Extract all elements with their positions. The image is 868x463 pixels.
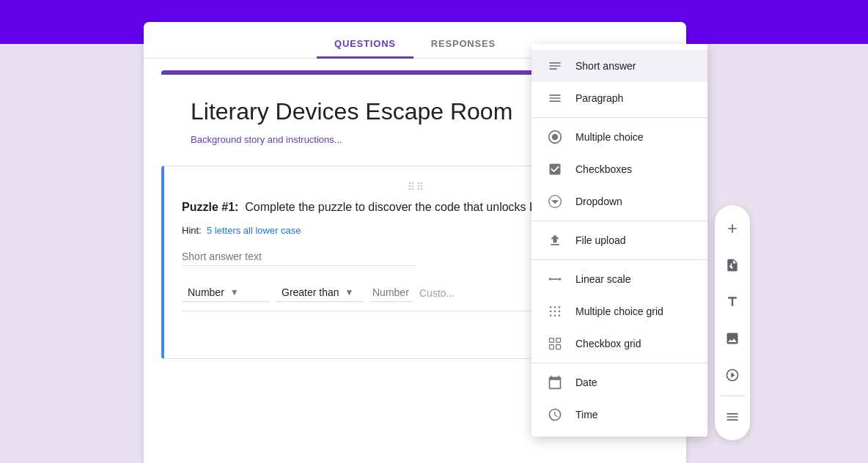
multiple-choice-icon bbox=[546, 128, 564, 146]
text-icon bbox=[725, 295, 740, 309]
image-icon bbox=[725, 331, 740, 346]
menu-item-checkbox-grid[interactable]: Checkbox grid bbox=[532, 327, 707, 360]
time-icon bbox=[546, 406, 564, 423]
svg-point-9 bbox=[550, 311, 552, 313]
right-toolbar bbox=[715, 205, 750, 440]
short-answer-input[interactable] bbox=[182, 248, 416, 266]
dropdown-icon bbox=[546, 193, 564, 210]
validation-value-input[interactable] bbox=[369, 284, 413, 302]
short-answer-icon bbox=[546, 57, 564, 75]
svg-point-11 bbox=[559, 311, 561, 313]
menu-item-file-upload[interactable]: File upload bbox=[532, 224, 707, 256]
svg-point-3 bbox=[549, 278, 551, 280]
svg-point-12 bbox=[550, 315, 552, 317]
menu-item-multiple-choice-grid[interactable]: Multiple choice grid bbox=[532, 295, 707, 327]
date-icon bbox=[546, 374, 564, 391]
menu-item-short-answer[interactable]: Short answer bbox=[532, 50, 707, 82]
svg-rect-16 bbox=[556, 338, 561, 343]
menu-item-linear-scale[interactable]: Linear scale bbox=[532, 263, 707, 295]
menu-label-checkboxes: Checkboxes bbox=[575, 163, 632, 175]
menu-label-file-upload: File upload bbox=[575, 234, 626, 246]
menu-divider-3 bbox=[532, 259, 707, 260]
menu-label-checkbox-grid: Checkbox grid bbox=[575, 338, 641, 349]
custom-text: Custo... bbox=[419, 287, 455, 299]
svg-rect-17 bbox=[550, 345, 554, 349]
svg-point-1 bbox=[552, 134, 558, 140]
svg-rect-18 bbox=[556, 345, 561, 349]
menu-divider-4 bbox=[532, 363, 707, 363]
file-upload-icon bbox=[546, 232, 564, 249]
menu-label-dropdown: Dropdown bbox=[575, 196, 622, 207]
svg-point-10 bbox=[554, 311, 556, 313]
chevron-down-icon: ▼ bbox=[230, 287, 239, 297]
menu-item-dropdown[interactable]: Dropdown bbox=[532, 185, 707, 218]
add-title-button[interactable] bbox=[715, 284, 750, 319]
svg-point-6 bbox=[550, 306, 552, 308]
question-type-dropdown-menu: Short answer Paragraph Multiple choice C… bbox=[532, 44, 707, 437]
menu-label-paragraph: Paragraph bbox=[575, 92, 623, 104]
import-question-button[interactable] bbox=[715, 248, 750, 283]
toolbar-divider bbox=[719, 396, 746, 396]
menu-label-time: Time bbox=[575, 409, 598, 421]
paragraph-icon bbox=[546, 89, 564, 107]
svg-point-13 bbox=[554, 315, 556, 317]
menu-item-date[interactable]: Date bbox=[532, 366, 707, 399]
plus-icon bbox=[725, 221, 740, 236]
menu-item-checkboxes[interactable]: Checkboxes bbox=[532, 153, 707, 185]
svg-point-8 bbox=[559, 306, 561, 308]
validation-type-dropdown[interactable]: Number ▼ bbox=[182, 284, 270, 302]
menu-label-short-answer: Short answer bbox=[575, 60, 636, 72]
tab-questions[interactable]: QUESTIONS bbox=[317, 31, 413, 59]
video-icon bbox=[725, 368, 740, 382]
menu-item-time[interactable]: Time bbox=[532, 399, 707, 431]
checkboxes-icon bbox=[546, 160, 564, 178]
menu-label-multiple-choice: Multiple choice bbox=[575, 131, 644, 143]
tab-responses[interactable]: RESPONSES bbox=[413, 31, 513, 59]
menu-item-paragraph[interactable]: Paragraph bbox=[532, 82, 707, 114]
add-section-button[interactable] bbox=[715, 399, 750, 434]
menu-label-multiple-choice-grid: Multiple choice grid bbox=[575, 305, 663, 317]
menu-label-date: Date bbox=[575, 377, 597, 388]
linear-scale-icon bbox=[546, 270, 564, 288]
import-icon bbox=[725, 258, 740, 273]
checkbox-grid-icon bbox=[546, 335, 564, 352]
menu-divider-1 bbox=[532, 117, 707, 118]
svg-point-4 bbox=[559, 278, 561, 280]
svg-point-7 bbox=[554, 306, 556, 308]
add-video-button[interactable] bbox=[715, 358, 750, 393]
validation-condition-dropdown[interactable]: Greater than ▼ bbox=[276, 284, 364, 302]
menu-label-linear-scale: Linear scale bbox=[575, 273, 631, 285]
section-icon bbox=[725, 410, 740, 424]
add-image-button[interactable] bbox=[715, 321, 750, 356]
menu-item-multiple-choice[interactable]: Multiple choice bbox=[532, 121, 707, 153]
svg-rect-15 bbox=[550, 338, 554, 343]
svg-point-14 bbox=[559, 315, 561, 317]
multiple-choice-grid-icon bbox=[546, 303, 564, 320]
chevron-down-icon: ▼ bbox=[345, 287, 354, 297]
add-question-button[interactable] bbox=[715, 211, 750, 246]
menu-divider-2 bbox=[532, 221, 707, 221]
